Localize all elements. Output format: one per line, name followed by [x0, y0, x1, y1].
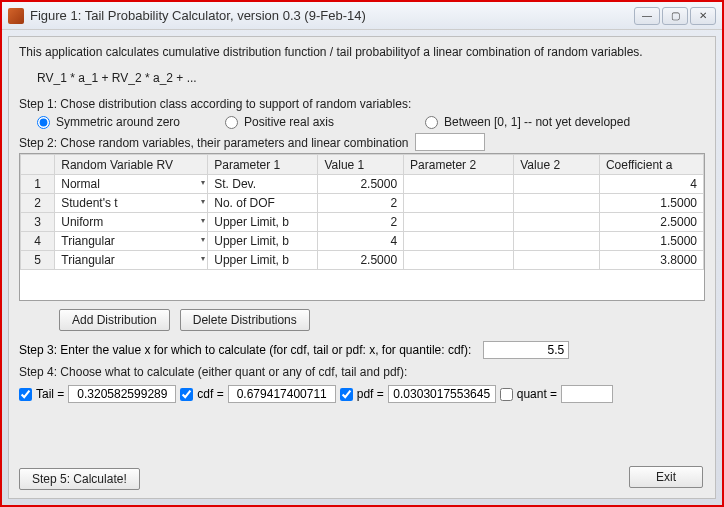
rv-cell[interactable]: Triangular▾ — [55, 232, 208, 251]
param2-cell[interactable] — [404, 251, 514, 270]
radio-between-input[interactable] — [425, 116, 438, 129]
param2-cell[interactable] — [404, 213, 514, 232]
chevron-down-icon[interactable]: ▾ — [201, 216, 205, 225]
client-area: This application calculates cumulative d… — [2, 30, 722, 505]
coeff-cell[interactable]: 2.5000 — [599, 213, 703, 232]
radio-symmetric-input[interactable] — [37, 116, 50, 129]
cdf-checkbox[interactable] — [180, 388, 193, 401]
quant-value[interactable] — [561, 385, 613, 403]
radio-symmetric[interactable]: Symmetric around zero — [37, 115, 225, 129]
rv-cell[interactable]: Normal▾ — [55, 175, 208, 194]
table-row[interactable]: 1Normal▾St. Dev.2.50004 — [21, 175, 704, 194]
tail-label: Tail = — [36, 387, 64, 401]
col-coeff: Coefficient a — [599, 155, 703, 175]
rv-table[interactable]: Random Variable RV Parameter 1 Value 1 P… — [20, 154, 704, 270]
table-row[interactable]: 2Student's t▾No. of DOF21.5000 — [21, 194, 704, 213]
delete-distributions-button[interactable]: Delete Distributions — [180, 309, 310, 331]
col-param1: Parameter 1 — [208, 155, 318, 175]
pdf-label: pdf = — [357, 387, 384, 401]
value2-cell[interactable] — [514, 232, 600, 251]
quant-checkbox[interactable] — [500, 388, 513, 401]
chevron-down-icon[interactable]: ▾ — [201, 235, 205, 244]
rv-table-wrap: Random Variable RV Parameter 1 Value 1 P… — [19, 153, 705, 301]
main-panel: This application calculates cumulative d… — [8, 36, 716, 499]
tail-value[interactable] — [68, 385, 176, 403]
radio-positive-input[interactable] — [225, 116, 238, 129]
cdf-value[interactable] — [228, 385, 336, 403]
param1-cell[interactable]: Upper Limit, b — [208, 213, 318, 232]
rv-cell[interactable]: Triangular▾ — [55, 251, 208, 270]
value2-cell[interactable] — [514, 194, 600, 213]
tail-checkbox[interactable] — [19, 388, 32, 401]
param2-cell[interactable] — [404, 194, 514, 213]
param2-cell[interactable] — [404, 232, 514, 251]
col-rv: Random Variable RV — [55, 155, 208, 175]
param2-cell[interactable] — [404, 175, 514, 194]
row-number: 5 — [21, 251, 55, 270]
coeff-cell[interactable]: 1.5000 — [599, 194, 703, 213]
radio-between[interactable]: Between [0, 1] -- not yet developed — [425, 115, 630, 129]
coeff-cell[interactable]: 1.5000 — [599, 232, 703, 251]
quant-label: quant = — [517, 387, 557, 401]
col-value1: Value 1 — [318, 155, 404, 175]
chevron-down-icon[interactable]: ▾ — [201, 197, 205, 206]
close-button[interactable]: ✕ — [690, 7, 716, 25]
row-number: 4 — [21, 232, 55, 251]
table-row[interactable]: 5Triangular▾Upper Limit, b2.50003.8000 — [21, 251, 704, 270]
chevron-down-icon[interactable]: ▾ — [201, 178, 205, 187]
window-title: Figure 1: Tail Probability Calculator, v… — [30, 8, 634, 23]
row-number: 3 — [21, 213, 55, 232]
step1-label: Step 1: Chose distribution class accordi… — [19, 97, 705, 111]
radio-positive-label: Positive real axis — [244, 115, 334, 129]
col-param2: Parameter 2 — [404, 155, 514, 175]
param1-cell[interactable]: Upper Limit, b — [208, 232, 318, 251]
x-value-input[interactable] — [483, 341, 569, 359]
value1-cell[interactable]: 2 — [318, 194, 404, 213]
radio-positive[interactable]: Positive real axis — [225, 115, 425, 129]
step4-label: Step 4: Choose what to calculate (either… — [19, 365, 705, 379]
minimize-button[interactable]: — — [634, 7, 660, 25]
calculate-button[interactable]: Step 5: Calculate! — [19, 468, 140, 490]
app-icon — [8, 8, 24, 24]
rv-cell[interactable]: Uniform▾ — [55, 213, 208, 232]
formula-text: RV_1 * a_1 + RV_2 * a_2 + ... — [37, 71, 705, 85]
linear-combo-input[interactable] — [415, 133, 485, 151]
param1-cell[interactable]: St. Dev. — [208, 175, 318, 194]
step3-label: Step 3: Enter the value x for which to c… — [19, 343, 471, 357]
coeff-cell[interactable]: 3.8000 — [599, 251, 703, 270]
param1-cell[interactable]: Upper Limit, b — [208, 251, 318, 270]
chevron-down-icon[interactable]: ▾ — [201, 254, 205, 263]
table-row[interactable]: 4Triangular▾Upper Limit, b41.5000 — [21, 232, 704, 251]
value2-cell[interactable] — [514, 175, 600, 194]
step2-label: Step 2: Chose random variables, their pa… — [19, 136, 409, 150]
radio-symmetric-label: Symmetric around zero — [56, 115, 180, 129]
value1-cell[interactable]: 2 — [318, 213, 404, 232]
pdf-value[interactable] — [388, 385, 496, 403]
app-window: Figure 1: Tail Probability Calculator, v… — [2, 2, 722, 505]
value2-cell[interactable] — [514, 213, 600, 232]
col-value2: Value 2 — [514, 155, 600, 175]
intro-text: This application calculates cumulative d… — [19, 45, 705, 59]
exit-button[interactable]: Exit — [629, 466, 703, 488]
value1-cell[interactable]: 2.5000 — [318, 251, 404, 270]
value1-cell[interactable]: 4 — [318, 232, 404, 251]
add-distribution-button[interactable]: Add Distribution — [59, 309, 170, 331]
distribution-class-radios: Symmetric around zero Positive real axis… — [37, 115, 705, 129]
radio-between-label: Between [0, 1] -- not yet developed — [444, 115, 630, 129]
param1-cell[interactable]: No. of DOF — [208, 194, 318, 213]
table-row[interactable]: 3Uniform▾Upper Limit, b22.5000 — [21, 213, 704, 232]
coeff-cell[interactable]: 4 — [599, 175, 703, 194]
value1-cell[interactable]: 2.5000 — [318, 175, 404, 194]
maximize-button[interactable]: ▢ — [662, 7, 688, 25]
cdf-label: cdf = — [197, 387, 223, 401]
titlebar[interactable]: Figure 1: Tail Probability Calculator, v… — [2, 2, 722, 30]
row-number: 1 — [21, 175, 55, 194]
value2-cell[interactable] — [514, 251, 600, 270]
row-number: 2 — [21, 194, 55, 213]
rv-cell[interactable]: Student's t▾ — [55, 194, 208, 213]
col-rownum — [21, 155, 55, 175]
pdf-checkbox[interactable] — [340, 388, 353, 401]
